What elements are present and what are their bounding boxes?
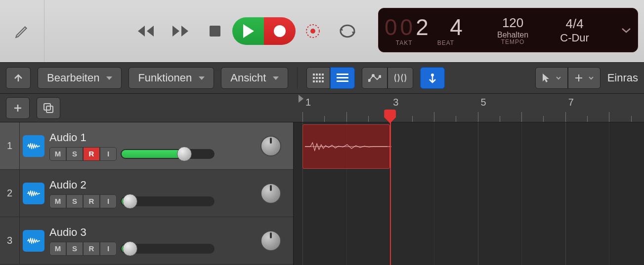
edit-menu[interactable]: Bearbeiten (38, 67, 122, 89)
track-msri: M S R I (49, 242, 117, 256)
volume-slider[interactable] (121, 196, 215, 206)
ruler-bar-number: 7 (568, 97, 574, 108)
tracks-toolbar: Bearbeiten Funktionen Ansicht (0, 62, 644, 94)
svg-rect-13 (316, 80, 318, 82)
track-number: 2 (0, 170, 20, 217)
lcd-tempo[interactable]: 120 (502, 15, 523, 31)
svg-point-19 (368, 79, 370, 81)
pan-knob[interactable] (260, 230, 281, 251)
functions-menu[interactable]: Funktionen (129, 67, 214, 89)
ruler-bar-number: 5 (481, 97, 486, 108)
pan-knob[interactable] (260, 136, 281, 156)
lcd-key[interactable]: C-Dur (560, 32, 589, 44)
svg-rect-8 (313, 77, 315, 79)
svg-rect-0 (210, 26, 220, 37)
track-header[interactable]: 2 Audio 2 M S R I (0, 170, 293, 217)
svg-rect-17 (337, 77, 348, 78)
svg-rect-7 (322, 74, 324, 76)
solo-button[interactable]: S (66, 242, 83, 256)
lcd-bars-pad: 00 (385, 14, 416, 40)
audio-region[interactable] (302, 124, 390, 169)
transport-controls (129, 16, 365, 46)
svg-rect-10 (319, 77, 321, 79)
svg-rect-6 (319, 74, 321, 76)
mute-button[interactable]: M (49, 242, 66, 256)
record-enable-button[interactable]: R (83, 194, 100, 208)
solo-button[interactable]: S (66, 194, 83, 208)
track-name[interactable]: Audio 3 (49, 226, 258, 239)
pointer-tool-left[interactable] (535, 67, 568, 89)
solo-button[interactable]: S (66, 147, 83, 161)
lcd-bar-label: TAKT (396, 39, 413, 46)
lcd-bars: 2 (416, 14, 431, 40)
svg-rect-15 (322, 80, 324, 82)
hide-inspector-button[interactable] (6, 67, 31, 89)
catch-playhead-button[interactable] (420, 67, 445, 89)
stop-button[interactable] (198, 16, 232, 46)
play-button[interactable] (232, 17, 264, 45)
flex-button[interactable] (387, 67, 413, 89)
svg-rect-24 (46, 106, 53, 113)
svg-rect-18 (337, 80, 348, 82)
svg-rect-9 (316, 77, 318, 79)
lcd-beat: 4 (450, 14, 466, 40)
track-number: 3 (0, 217, 20, 264)
svg-point-1 (274, 25, 286, 37)
cycle-button[interactable] (330, 16, 365, 46)
track-icon[interactable] (20, 122, 47, 169)
pan-knob[interactable] (260, 183, 281, 204)
track-icon[interactable] (20, 170, 47, 217)
record-enable-button[interactable]: R (83, 147, 100, 161)
main-area: 1 Audio 1 M S R I 2 (0, 122, 644, 265)
input-monitor-button[interactable]: I (100, 242, 117, 256)
edit-tool-area (0, 0, 44, 62)
track-msri: M S R I (49, 147, 117, 161)
record-button[interactable] (264, 17, 296, 45)
arrange-area[interactable] (294, 122, 644, 265)
capture-recording-button[interactable] (296, 16, 330, 46)
input-monitor-button[interactable]: I (100, 194, 117, 208)
volume-slider[interactable] (121, 149, 215, 159)
mute-button[interactable]: M (49, 194, 66, 208)
grid-view-button[interactable] (306, 67, 330, 89)
ruler-bar-number: 3 (393, 97, 398, 108)
svg-point-20 (372, 75, 374, 76)
lcd-beat-label: BEAT (437, 39, 454, 46)
svg-rect-5 (316, 74, 318, 76)
lcd-signature[interactable]: 4/4 (566, 16, 584, 32)
mute-button[interactable]: M (49, 147, 66, 161)
playhead-handle[interactable] (384, 110, 396, 123)
track-header[interactable]: 3 Audio 3 M S R I (0, 217, 293, 265)
track-icon[interactable] (20, 217, 47, 264)
svg-rect-16 (337, 74, 348, 75)
svg-rect-14 (319, 80, 321, 82)
view-menu[interactable]: Ansicht (221, 67, 288, 89)
volume-slider[interactable] (121, 244, 215, 254)
lcd-display[interactable]: 002 4 TAKTBEAT 120 Behalten TEMPO 4/4 C-… (378, 8, 638, 52)
snap-label[interactable]: Einras (607, 72, 638, 84)
lcd-tempo-label: TEMPO (501, 38, 525, 45)
track-name[interactable]: Audio 1 (49, 131, 258, 144)
bar-ruler[interactable]: 1357 (294, 94, 644, 122)
rewind-button[interactable] (129, 16, 163, 46)
pointer-tool-right[interactable] (568, 67, 601, 89)
svg-rect-23 (44, 104, 50, 110)
track-list: 1 Audio 1 M S R I 2 (0, 122, 294, 265)
list-view-button[interactable] (330, 67, 355, 89)
playhead[interactable] (390, 122, 391, 265)
duplicate-track-button[interactable] (37, 97, 60, 119)
pencil-icon[interactable] (14, 23, 31, 39)
lcd-expand-button[interactable] (621, 27, 632, 34)
input-monitor-button[interactable]: I (100, 147, 117, 161)
forward-button[interactable] (163, 16, 198, 46)
svg-point-22 (431, 74, 434, 76)
automation-button[interactable] (362, 67, 387, 89)
track-header[interactable]: 1 Audio 1 M S R I (0, 122, 293, 170)
cycle-start-marker[interactable] (299, 95, 303, 103)
svg-point-3 (310, 29, 315, 34)
svg-rect-11 (322, 77, 324, 79)
control-bar: 002 4 TAKTBEAT 120 Behalten TEMPO 4/4 C-… (0, 0, 644, 62)
track-name[interactable]: Audio 2 (49, 179, 258, 191)
record-enable-button[interactable]: R (83, 242, 100, 256)
add-track-button[interactable] (6, 97, 30, 119)
